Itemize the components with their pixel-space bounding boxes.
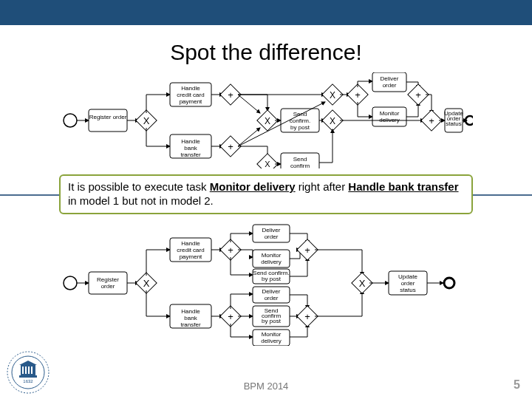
footer-label: BPM 2014 [0, 381, 532, 392]
svg-text:credit card: credit card [177, 92, 204, 98]
svg-text:Monitor: Monitor [262, 331, 282, 338]
task-register-label: Register order [89, 114, 127, 120]
university-logo-icon: 1632 [6, 350, 50, 395]
svg-text:Register: Register [97, 276, 119, 283]
task-monitor-delivery: Monitordelivery [253, 250, 290, 267]
task-send-confirm-by-post: Send confirm. by post [281, 109, 319, 132]
svg-text:status: status [446, 120, 461, 127]
task-deliver-order: Deliverorder [253, 287, 290, 303]
task-update-order-status: Update order status [444, 109, 463, 132]
task-deliver-order: Deliver order [372, 72, 406, 92]
gateway-xor-icon: X [322, 84, 343, 105]
svg-text:status: status [400, 287, 415, 293]
gateway-parallel-icon: + [347, 84, 368, 105]
task-handle-credit-card-payment: Handle credit card payment [170, 83, 211, 106]
svg-text:transfer: transfer [180, 151, 200, 158]
svg-rect-114 [28, 366, 30, 374]
gateway-parallel-icon: + [220, 239, 241, 259]
start-event-icon [64, 276, 77, 290]
logo-year: 1632 [23, 379, 33, 383]
svg-text:by post: by post [290, 124, 310, 131]
callout-text-mid: right after [296, 180, 349, 193]
svg-rect-115 [31, 366, 33, 374]
svg-text:Monitor: Monitor [262, 252, 282, 259]
task-send-confirm-by-post: Send confirm. by post [253, 269, 290, 284]
svg-text:Handle: Handle [181, 85, 200, 92]
bpmn-model-2: Register order X Handle credit card paym… [59, 220, 473, 346]
svg-text:+: + [429, 115, 434, 126]
svg-rect-112 [22, 366, 24, 374]
svg-text:X: X [265, 160, 270, 168]
svg-text:Handle: Handle [181, 308, 200, 315]
slide-title: Spot the difference! [0, 40, 532, 65]
task-deliver-order: Deliverorder [253, 225, 290, 242]
svg-text:payment: payment [180, 253, 202, 260]
task-send-confirm: Send confirm [281, 153, 319, 168]
svg-rect-113 [25, 366, 27, 374]
gateway-parallel-icon: + [220, 305, 241, 326]
slide-header-bar [0, 0, 532, 25]
svg-text:delivery: delivery [261, 338, 282, 344]
svg-text:+: + [228, 141, 233, 152]
task-register-order: Register order [89, 272, 127, 294]
svg-text:bank: bank [184, 315, 197, 321]
callout-task: Monitor delivery [210, 180, 296, 193]
bpmn-model-1: Register order X Handle credit card paym… [59, 72, 473, 168]
svg-text:Deliver: Deliver [262, 288, 281, 295]
gateway-xor-icon: X [257, 154, 278, 168]
task-handle-bank-transfer: Handle bank transfer [170, 304, 211, 328]
svg-marker-116 [19, 361, 37, 365]
svg-text:by post: by post [262, 276, 282, 282]
svg-text:+: + [304, 311, 310, 322]
callout-text-post: in model 1 but not in model 2. [68, 194, 214, 207]
svg-text:confirm: confirm [290, 163, 310, 168]
svg-text:+: + [228, 311, 233, 322]
explanation-callout: It is possible to execute task Monitor d… [59, 174, 473, 214]
svg-rect-117 [19, 375, 37, 378]
task-update-order-status: Update order status [389, 271, 427, 295]
gateway-parallel-icon: + [408, 84, 429, 105]
page-number: 5 [514, 378, 520, 392]
svg-text:Monitor: Monitor [380, 110, 400, 117]
svg-text:X: X [143, 278, 150, 289]
callout-text-pre: It is possible to execute task [68, 180, 210, 193]
gateway-parallel-icon: + [220, 136, 241, 157]
svg-text:credit card: credit card [177, 247, 204, 253]
callout-prev: Handle bank transfer [348, 180, 458, 193]
task-register-order: Register order [89, 109, 127, 132]
gateway-parallel-icon: + [297, 305, 318, 326]
gateway-xor-icon: X [322, 110, 343, 131]
svg-text:Handle: Handle [181, 240, 200, 247]
svg-rect-1 [89, 109, 127, 132]
task-send-confirm-by-post: Send confirm by post [253, 306, 290, 327]
svg-text:order: order [401, 280, 415, 287]
svg-text:X: X [330, 116, 335, 126]
svg-text:Deliver: Deliver [262, 227, 281, 233]
task-handle-credit-card-payment: Handle credit card payment [170, 238, 211, 262]
svg-text:by post: by post [262, 318, 282, 324]
svg-text:Send: Send [293, 111, 307, 117]
gateway-xor-icon: X [136, 110, 157, 131]
task-monitor-delivery: Monitor delivery [372, 107, 406, 126]
svg-text:+: + [304, 245, 310, 256]
svg-text:order: order [265, 233, 279, 240]
svg-text:X: X [143, 115, 150, 126]
svg-text:bank: bank [184, 145, 197, 151]
svg-text:transfer: transfer [180, 321, 200, 328]
gateway-xor-icon: X [352, 272, 372, 293]
svg-text:X: X [265, 116, 270, 126]
gateway-parallel-icon: + [220, 84, 241, 105]
svg-text:Send: Send [293, 156, 307, 163]
gateway-xor-icon: X [136, 272, 157, 293]
end-event-icon [444, 278, 454, 288]
svg-text:Register order: Register order [89, 114, 127, 120]
svg-text:X: X [359, 278, 366, 289]
svg-text:+: + [228, 89, 233, 100]
svg-text:order: order [383, 82, 397, 89]
svg-text:delivery: delivery [261, 259, 282, 265]
svg-text:order: order [101, 283, 115, 290]
svg-text:Update: Update [398, 273, 417, 280]
svg-text:+: + [228, 245, 233, 256]
svg-text:order: order [265, 295, 279, 301]
task-monitor-delivery: Monitordelivery [253, 330, 290, 346]
